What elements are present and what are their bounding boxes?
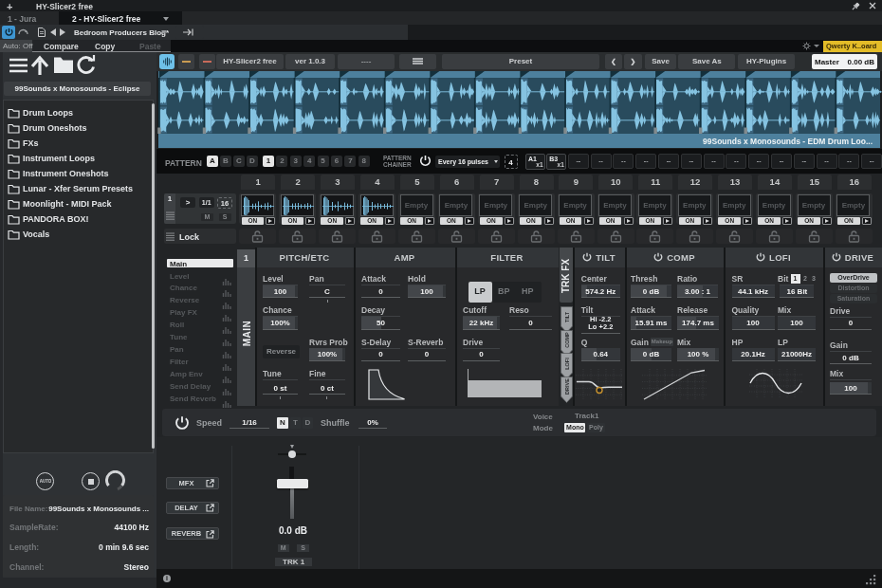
svg-text:99Sounds x Monosounds - EDM Dr: 99Sounds x Monosounds - EDM Drum Loo... [703, 137, 873, 146]
